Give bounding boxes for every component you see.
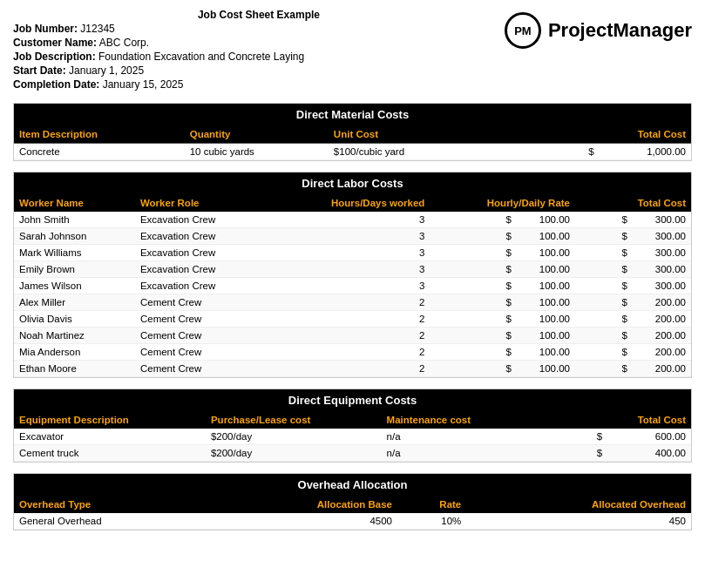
page-title: Job Cost Sheet Example [13,9,505,21]
mat-unit-cost: $100/cubic yard [329,144,485,160]
customer-name-line: Customer Name: ABC Corp. [13,37,505,49]
job-number-label: Job Number: [13,23,78,35]
table-row: Olivia Davis Cement Crew 2 $ 100.00 $ 20… [14,311,691,328]
labor-total: $ 300.00 [575,261,691,278]
labor-name: Emily Brown [14,261,135,278]
col-hours: Hours/Days worked [268,194,430,212]
labor-role: Excavation Crew [135,278,268,294]
labor-rate: $ 100.00 [430,294,575,311]
direct-equipment-col-headers: Equipment Description Purchase/Lease cos… [14,411,691,429]
mat-total: $ 1,000.00 [485,144,691,160]
col-purchase-lease: Purchase/Lease cost [206,411,382,429]
job-description-label: Job Description: [13,51,96,63]
labor-name: Noah Martinez [14,328,135,344]
overhead-col-headers: Overhead Type Allocation Base Rate Alloc… [14,496,691,513]
table-row: Noah Martinez Cement Crew 2 $ 100.00 $ 2… [14,328,691,344]
col-overhead-type: Overhead Type [14,496,214,513]
overhead-table: Overhead Type Allocation Base Rate Alloc… [14,496,691,530]
equip-item: Cement truck [14,445,206,462]
table-row: Ethan Moore Cement Crew 2 $ 100.00 $ 200… [14,361,691,377]
labor-total: $ 300.00 [575,245,691,261]
completion-date-label: Completion Date: [13,78,99,91]
direct-labor-section: Direct Labor Costs Worker Name Worker Ro… [13,172,692,378]
col-worker-name: Worker Name [14,194,135,212]
table-row: Alex Miller Cement Crew 2 $ 100.00 $ 200… [14,294,691,311]
labor-role: Excavation Crew [135,212,268,228]
labor-total: $ 300.00 [575,228,691,245]
job-info-panel: Job Cost Sheet Example Job Number: J1234… [13,9,505,92]
labor-hours: 2 [268,361,430,377]
completion-date-line: Completion Date: January 15, 2025 [13,78,505,91]
equip-maintenance: n/a [382,445,532,462]
col-hourly-rate: Hourly/Daily Rate [430,194,575,212]
mat-quantity: 10 cubic yards [185,144,329,160]
col-equip-total: Total Cost [532,411,691,429]
labor-hours: 2 [268,328,430,344]
labor-hours: 2 [268,311,430,328]
labor-total: $ 200.00 [575,328,691,344]
start-date-label: Start Date: [13,64,66,77]
labor-role: Excavation Crew [135,245,268,261]
overhead-header: Overhead Allocation [14,474,691,496]
labor-total: $ 300.00 [575,278,691,294]
direct-labor-col-headers: Worker Name Worker Role Hours/Days worke… [14,194,691,212]
labor-total: $ 200.00 [575,361,691,377]
labor-name: James Wilson [14,278,135,294]
col-total-cost-labor: Total Cost [575,194,691,212]
col-unit-cost: Unit Cost [329,125,485,144]
completion-date-value: January 15, 2025 [103,78,184,91]
labor-hours: 3 [268,261,430,278]
labor-total: $ 300.00 [575,212,691,228]
labor-rate: $ 100.00 [430,261,575,278]
col-quantity: Quantity [185,125,329,144]
labor-name: Mark Williams [14,245,135,261]
labor-name: Ethan Moore [14,361,135,377]
labor-hours: 2 [268,294,430,311]
table-row: James Wilson Excavation Crew 3 $ 100.00 … [14,278,691,294]
direct-equipment-header: Direct Equipment Costs [14,389,691,411]
col-allocation-base: Allocation Base [214,496,397,513]
col-total-cost: Total Cost [485,125,691,144]
direct-equipment-table: Equipment Description Purchase/Lease cos… [14,411,691,462]
table-row: John Smith Excavation Crew 3 $ 100.00 $ … [14,212,691,228]
col-equip-description: Equipment Description [14,411,206,429]
labor-rate: $ 100.00 [430,228,575,245]
labor-role: Excavation Crew [135,261,268,278]
job-description-value: Foundation Excavation and Concrete Layin… [98,51,304,63]
equip-item: Excavator [14,429,206,445]
labor-role: Cement Crew [135,361,268,377]
equip-total: $ 400.00 [532,445,691,462]
labor-rate: $ 100.00 [430,245,575,261]
direct-material-header: Direct Material Costs [14,104,691,125]
equip-purchase: $200/day [206,429,382,445]
labor-rate: $ 100.00 [430,361,575,377]
equip-total: $ 600.00 [532,429,691,445]
equip-maintenance: n/a [382,429,532,445]
labor-name: Alex Miller [14,294,135,311]
table-row: Cement truck $200/day n/a $ 400.00 [14,445,691,462]
labor-role: Cement Crew [135,294,268,311]
table-row: Emily Brown Excavation Crew 3 $ 100.00 $… [14,261,691,278]
job-number-value: J12345 [80,23,114,35]
start-date-line: Start Date: January 1, 2025 [13,64,505,77]
labor-role: Cement Crew [135,344,268,361]
labor-name: John Smith [14,212,135,228]
labor-name: Olivia Davis [14,311,135,328]
labor-hours: 3 [268,228,430,245]
direct-labor-header: Direct Labor Costs [14,172,691,194]
labor-rate: $ 100.00 [430,344,575,361]
customer-name-label: Customer Name: [13,37,97,49]
table-row: Excavator $200/day n/a $ 600.00 [14,429,691,445]
labor-name: Mia Anderson [14,344,135,361]
labor-rate: $ 100.00 [430,212,575,228]
table-row: Mia Anderson Cement Crew 2 $ 100.00 $ 20… [14,344,691,361]
table-row: Mark Williams Excavation Crew 3 $ 100.00… [14,245,691,261]
col-rate: Rate [397,496,466,513]
labor-rate: $ 100.00 [430,311,575,328]
labor-role: Cement Crew [135,328,268,344]
table-row: Sarah Johnson Excavation Crew 3 $ 100.00… [14,228,691,245]
labor-name: Sarah Johnson [14,228,135,245]
direct-material-table: Item Description Quantity Unit Cost Tota… [14,125,691,160]
overhead-section: Overhead Allocation Overhead Type Alloca… [13,473,692,531]
start-date-value: January 1, 2025 [69,64,144,77]
